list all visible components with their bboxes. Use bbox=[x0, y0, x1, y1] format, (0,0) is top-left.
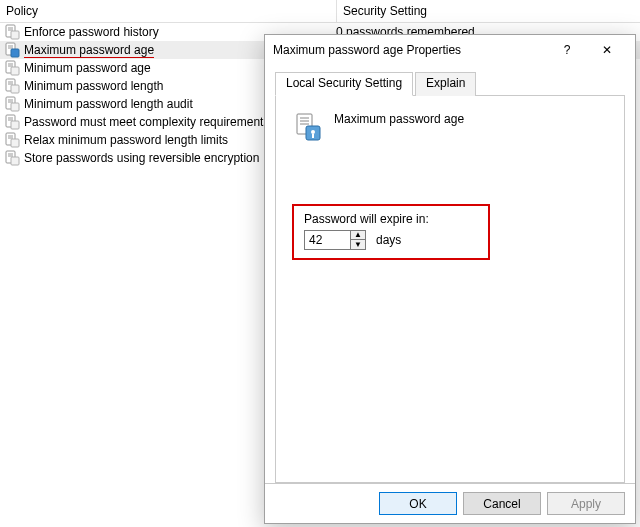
tab-page: Maximum password age Password will expir… bbox=[275, 96, 625, 483]
spinner-buttons: ▲ ▼ bbox=[350, 230, 366, 250]
close-button[interactable]: ✕ bbox=[587, 35, 627, 65]
svg-point-37 bbox=[311, 130, 315, 134]
dialog-client: Local Security Setting Explain Maximum bbox=[265, 65, 635, 483]
svg-rect-19 bbox=[11, 103, 19, 111]
policies-header: Policy Security Setting bbox=[0, 0, 640, 23]
policy-label-text: Password must meet complexity requiremen… bbox=[24, 115, 269, 129]
dialog-heading-text: Maximum password age bbox=[334, 112, 464, 126]
svg-rect-3 bbox=[11, 31, 19, 39]
policy-label-text: Maximum password age bbox=[24, 43, 154, 58]
policy-icon bbox=[4, 96, 20, 112]
dialog-heading: Maximum password age bbox=[292, 112, 608, 144]
svg-rect-15 bbox=[11, 85, 19, 93]
policy-icon bbox=[4, 42, 20, 58]
expire-spinner-row: ▲ ▼ days bbox=[304, 230, 478, 250]
tab-local-security-setting[interactable]: Local Security Setting bbox=[275, 72, 413, 96]
policy-icon bbox=[4, 78, 20, 94]
policy-label-text: Store passwords using reversible encrypt… bbox=[24, 151, 259, 165]
expire-highlight-box: Password will expire in: ▲ ▼ days bbox=[292, 204, 490, 260]
policy-icon bbox=[4, 132, 20, 148]
days-unit: days bbox=[376, 233, 401, 247]
properties-dialog: Maximum password age Properties ? ✕ Loca… bbox=[264, 34, 636, 524]
svg-rect-38 bbox=[312, 134, 314, 138]
svg-rect-27 bbox=[11, 139, 19, 147]
spin-down-button[interactable]: ▼ bbox=[350, 240, 366, 250]
days-spinner: ▲ ▼ bbox=[304, 230, 366, 250]
policy-icon bbox=[4, 114, 20, 130]
policy-label-text: Enforce password history bbox=[24, 25, 159, 39]
help-button[interactable]: ? bbox=[547, 35, 587, 65]
ok-button[interactable]: OK bbox=[379, 492, 457, 515]
header-security-setting[interactable]: Security Setting bbox=[337, 0, 640, 22]
dialog-titlebar[interactable]: Maximum password age Properties ? ✕ bbox=[265, 35, 635, 65]
days-input[interactable] bbox=[304, 230, 350, 250]
tab-explain[interactable]: Explain bbox=[415, 72, 476, 96]
svg-rect-31 bbox=[11, 157, 19, 165]
policy-label-text: Minimum password length bbox=[24, 79, 163, 93]
cancel-button[interactable]: Cancel bbox=[463, 492, 541, 515]
policy-icon bbox=[4, 150, 20, 166]
svg-rect-7 bbox=[11, 49, 19, 57]
policy-label-text: Relax minimum password length limits bbox=[24, 133, 228, 147]
svg-rect-23 bbox=[11, 121, 19, 129]
policy-label-text: Minimum password age bbox=[24, 61, 151, 75]
policy-large-icon bbox=[292, 112, 324, 144]
tabs: Local Security Setting Explain bbox=[275, 71, 625, 96]
dialog-button-row: OK Cancel Apply bbox=[265, 483, 635, 523]
policy-label-text: Minimum password length audit bbox=[24, 97, 193, 111]
dialog-title-text: Maximum password age Properties bbox=[273, 43, 547, 57]
expire-label: Password will expire in: bbox=[304, 212, 478, 226]
header-policy[interactable]: Policy bbox=[0, 0, 336, 22]
svg-rect-11 bbox=[11, 67, 19, 75]
spin-up-button[interactable]: ▲ bbox=[350, 230, 366, 240]
policy-icon bbox=[4, 60, 20, 76]
apply-button[interactable]: Apply bbox=[547, 492, 625, 515]
policy-icon bbox=[4, 24, 20, 40]
